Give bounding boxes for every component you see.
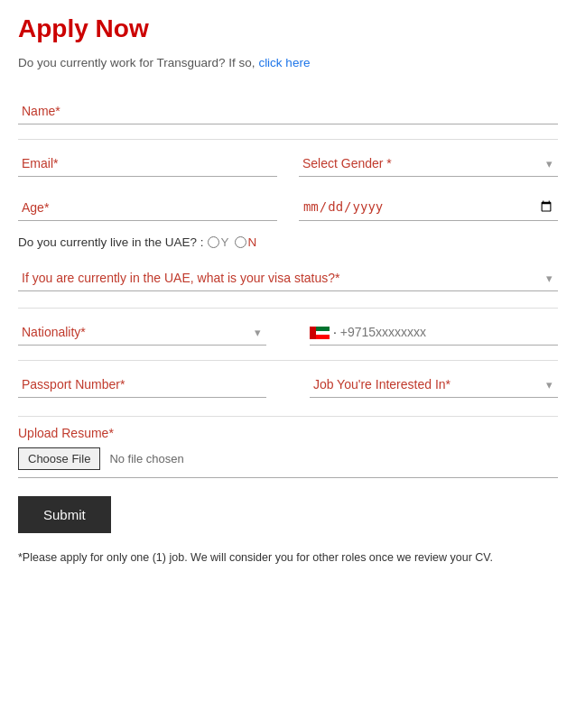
age-dob-row	[18, 191, 558, 221]
name-field	[18, 97, 558, 124]
no-file-text: No file chosen	[109, 452, 183, 465]
title-black: Apply	[18, 14, 96, 42]
age-field-wrapper	[18, 193, 277, 221]
gender-select-wrapper: Select Gender * Male Female	[299, 149, 558, 177]
application-form: Select Gender * Male Female Do you curre…	[18, 89, 558, 567]
radio-no[interactable]	[235, 236, 246, 248]
page-title: Apply Now	[18, 14, 558, 43]
email-field-wrapper	[18, 149, 277, 177]
dob-field-wrapper	[299, 191, 558, 221]
uae-flag-icon	[310, 327, 330, 339]
job-field-wrapper: Job You're Interested In* Security Guard…	[310, 370, 558, 398]
nationality-field-wrapper: Nationality* UAE India Pakistan Philippi…	[18, 318, 266, 346]
dob-input[interactable]	[299, 191, 558, 221]
name-row	[18, 89, 558, 124]
gender-select[interactable]: Select Gender * Male Female	[299, 149, 558, 177]
uae-radio-group: Y N	[208, 235, 257, 249]
passport-input[interactable]	[18, 370, 266, 398]
job-select-wrapper: Job You're Interested In* Security Guard…	[310, 370, 558, 398]
title-red: Now	[96, 14, 149, 42]
divider3	[18, 360, 558, 361]
visa-select-wrapper: If you are currently in the UAE, what is…	[18, 263, 558, 291]
transguard-text: Do you currently work for Transguard? If…	[18, 56, 258, 69]
email-input[interactable]	[18, 149, 277, 177]
upload-section: Upload Resume* Choose File No file chose…	[18, 426, 558, 478]
age-input[interactable]	[18, 193, 277, 221]
name-input[interactable]	[18, 97, 558, 124]
gender-field-wrapper: Select Gender * Male Female	[299, 149, 558, 177]
divider1	[18, 139, 558, 140]
job-select[interactable]: Job You're Interested In* Security Guard…	[310, 370, 558, 398]
radio-no-label[interactable]: N	[235, 235, 257, 249]
transguard-info: Do you currently work for Transguard? If…	[18, 56, 558, 69]
uae-question-text: Do you currently live in the UAE? :	[18, 235, 204, 249]
nationality-select-wrapper: Nationality* UAE India Pakistan Philippi…	[18, 318, 266, 346]
email-gender-row: Select Gender * Male Female	[18, 149, 558, 177]
visa-status-row: If you are currently in the UAE, what is…	[18, 263, 558, 291]
visa-status-select[interactable]: If you are currently in the UAE, what is…	[18, 263, 558, 291]
passport-field-wrapper	[18, 370, 266, 398]
divider2	[18, 308, 558, 309]
choose-file-button[interactable]: Choose File	[18, 447, 100, 470]
phone-separator: ·	[333, 325, 337, 339]
phone-input[interactable]	[340, 325, 558, 339]
divider4	[18, 416, 558, 417]
nationality-phone-row: Nationality* UAE India Pakistan Philippi…	[18, 318, 558, 346]
upload-label: Upload Resume*	[18, 426, 558, 440]
radio-yes-label[interactable]: Y	[208, 235, 229, 249]
submit-button[interactable]: Submit	[18, 496, 111, 533]
uae-question-row: Do you currently live in the UAE? : Y N	[18, 235, 558, 249]
disclaimer-text: *Please apply for only one (1) job. We w…	[18, 549, 558, 567]
phone-field: ·	[310, 325, 558, 346]
file-upload-row: Choose File No file chosen	[18, 447, 558, 478]
nationality-select[interactable]: Nationality* UAE India Pakistan Philippi…	[18, 318, 266, 346]
passport-job-row: Job You're Interested In* Security Guard…	[18, 370, 558, 398]
click-here-link[interactable]: click here	[258, 56, 310, 69]
visa-status-field: If you are currently in the UAE, what is…	[18, 263, 558, 291]
radio-yes[interactable]	[208, 236, 219, 248]
